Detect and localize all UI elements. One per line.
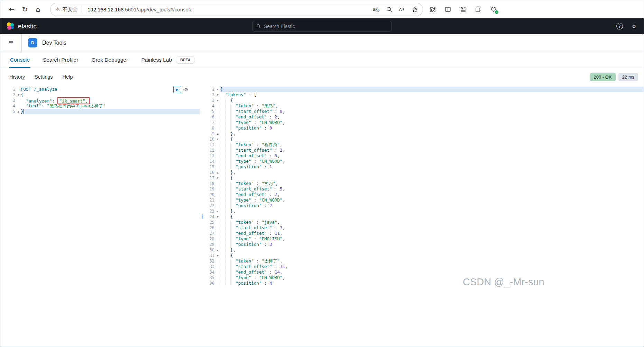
fold-toggle-icon[interactable]: ▾ xyxy=(215,253,220,258)
code-line[interactable]: 19 "start_offset" : 5, xyxy=(205,186,644,192)
code-line[interactable]: 13 "end_offset" : 5, xyxy=(205,153,644,159)
tab-console[interactable]: Console xyxy=(9,52,30,68)
code-line[interactable]: 32 "token" : "太棒了", xyxy=(205,258,644,264)
fold-gutter xyxy=(16,103,21,109)
code-line[interactable]: 22 "position" : 2 xyxy=(205,203,644,208)
code-line[interactable]: 10▾ { xyxy=(205,136,644,142)
code-text: "end_offset" : 2, xyxy=(220,114,644,120)
home-button[interactable]: ⌂ xyxy=(31,3,45,16)
code-line[interactable]: 2▾{ xyxy=(0,92,200,98)
code-line[interactable]: 12 "start_offset" : 2, xyxy=(205,148,644,153)
code-line[interactable]: 3▾ { xyxy=(205,98,644,103)
help-button[interactable]: Help xyxy=(63,74,73,80)
history-button[interactable]: History xyxy=(9,74,25,80)
fold-gutter xyxy=(215,181,220,186)
code-line[interactable]: 30▴ }, xyxy=(205,247,644,253)
code-line[interactable]: 25 "token" : "java", xyxy=(205,220,644,225)
fold-toggle-icon[interactable]: ▾ xyxy=(215,87,220,92)
code-line[interactable]: 11 "token" : "程序员", xyxy=(205,142,644,148)
global-search[interactable] xyxy=(252,21,392,32)
fold-toggle-icon[interactable]: ▾ xyxy=(215,92,220,98)
pane-resize-handle[interactable]: ‖ xyxy=(200,86,205,347)
help-icon[interactable]: ? xyxy=(616,23,623,29)
settings-button[interactable]: Settings xyxy=(35,74,53,80)
code-line[interactable]: 35 "type" : "CN_WORD", xyxy=(205,275,644,281)
tab-grok-debugger[interactable]: Grok Debugger xyxy=(91,52,129,68)
address-bar[interactable]: ⚠ 不安全 192.168.12.168:5601/app/dev_tools#… xyxy=(50,3,423,16)
code-line[interactable]: 4 "token" : "黑马", xyxy=(205,103,644,109)
fold-gutter xyxy=(215,148,220,153)
code-line[interactable]: 17▾ { xyxy=(205,175,644,181)
tab-search-profiler[interactable]: Search Profiler xyxy=(42,52,79,68)
search-input[interactable] xyxy=(264,24,388,29)
menu-toggle-button[interactable]: ≡ xyxy=(0,34,22,52)
code-line[interactable]: 16▴ }, xyxy=(205,170,644,175)
code-line[interactable]: 23▴ }, xyxy=(205,208,644,214)
favorite-star-icon[interactable] xyxy=(410,4,420,15)
code-line[interactable]: 18 "token" : "学习", xyxy=(205,181,644,186)
collections-icon[interactable] xyxy=(473,4,484,15)
tab-painless-lab[interactable]: Painless Lab BETA xyxy=(140,52,196,68)
code-line[interactable]: 8 "position" : 0 xyxy=(205,125,644,131)
code-line[interactable]: 5▴} xyxy=(0,109,200,114)
favorites-bar-icon[interactable] xyxy=(458,4,469,15)
code-line[interactable]: 7 "type" : "CN_WORD", xyxy=(205,120,644,125)
code-line[interactable]: 3 "analyzer": "ik_smart", xyxy=(0,98,200,103)
code-line[interactable]: 2▾ "tokens" : [ xyxy=(205,92,644,98)
fold-gutter xyxy=(215,197,220,203)
response-viewer[interactable]: 1▾{2▾ "tokens" : [3▾ {4 "token" : "黑马",5… xyxy=(205,87,644,286)
request-options-icon[interactable]: ⚙ xyxy=(184,87,188,93)
code-line[interactable]: 27 "end_offset" : 11, xyxy=(205,231,644,236)
code-line[interactable]: 1POST /_analyze xyxy=(0,87,200,92)
code-text: }, xyxy=(220,208,644,214)
code-line[interactable]: 26 "start_offset" : 7, xyxy=(205,225,644,231)
response-time-badge: 22 ms xyxy=(618,73,638,81)
code-line[interactable]: 6 "end_offset" : 2, xyxy=(205,114,644,120)
back-button[interactable]: ← xyxy=(5,3,18,16)
fold-toggle-icon[interactable]: ▴ xyxy=(16,109,21,114)
code-line[interactable]: 31▾ { xyxy=(205,253,644,258)
code-text: { xyxy=(220,214,644,220)
code-line[interactable]: 5 "start_offset" : 0, xyxy=(205,109,644,114)
fold-toggle-icon[interactable]: ▾ xyxy=(215,136,220,142)
fold-toggle-icon[interactable]: ▾ xyxy=(215,98,220,103)
space-avatar[interactable]: D xyxy=(28,38,37,47)
code-line[interactable]: 34 "end_offset" : 14, xyxy=(205,269,644,275)
code-line[interactable]: 21 "type" : "CN_WORD", xyxy=(205,197,644,203)
code-line[interactable]: 28 "type" : "ENGLISH", xyxy=(205,236,644,242)
fold-toggle-icon[interactable]: ▴ xyxy=(215,170,220,175)
settings-icon[interactable]: ⚙ xyxy=(630,22,638,30)
fold-gutter xyxy=(215,142,220,148)
code-text: "type" : "CN_WORD", xyxy=(220,159,644,164)
fold-gutter xyxy=(215,153,220,159)
split-screen-icon[interactable] xyxy=(442,4,453,15)
request-editor[interactable]: 1POST /_analyze2▾{3 "analyzer": "ik_smar… xyxy=(0,87,200,114)
code-line[interactable]: 14 "type" : "CN_WORD", xyxy=(205,159,644,164)
translate-icon[interactable]: aあ xyxy=(371,4,381,15)
code-line[interactable]: 4 "text": "黑马程序员学习java太棒了" xyxy=(0,103,200,109)
fold-toggle-icon[interactable]: ▴ xyxy=(215,208,220,214)
code-line[interactable]: 15 "position" : 1 xyxy=(205,164,644,170)
fold-toggle-icon[interactable]: ▴ xyxy=(215,247,220,253)
code-line[interactable]: 29 "position" : 3 xyxy=(205,242,644,247)
code-line[interactable]: 24▾ { xyxy=(205,214,644,220)
send-request-button[interactable]: ▶ xyxy=(173,86,181,93)
code-line[interactable]: 33 "start_offset" : 11, xyxy=(205,264,644,269)
zoom-out-icon[interactable] xyxy=(384,4,394,15)
elastic-logo[interactable] xyxy=(6,22,15,31)
fold-toggle-icon[interactable]: ▴ xyxy=(215,131,220,136)
code-line[interactable]: 20 "end_offset" : 7, xyxy=(205,192,644,197)
fold-toggle-icon[interactable]: ▾ xyxy=(215,214,220,220)
code-line[interactable]: 36 "position" : 4 xyxy=(205,281,644,286)
read-aloud-icon[interactable]: A xyxy=(397,4,407,15)
code-text: "token" : "程序员", xyxy=(220,142,644,148)
extensions-icon[interactable] xyxy=(427,4,438,15)
tab-label: Search Profiler xyxy=(43,57,79,63)
line-number: 2 xyxy=(0,92,16,98)
code-line[interactable]: 9▴ }, xyxy=(205,131,644,136)
fold-toggle-icon[interactable]: ▾ xyxy=(215,175,220,181)
refresh-button[interactable]: ↻ xyxy=(18,3,31,16)
browser-essentials-icon[interactable]: ✓ xyxy=(488,4,499,15)
fold-toggle-icon[interactable]: ▾ xyxy=(16,92,21,98)
code-line[interactable]: 1▾{ xyxy=(205,87,644,92)
